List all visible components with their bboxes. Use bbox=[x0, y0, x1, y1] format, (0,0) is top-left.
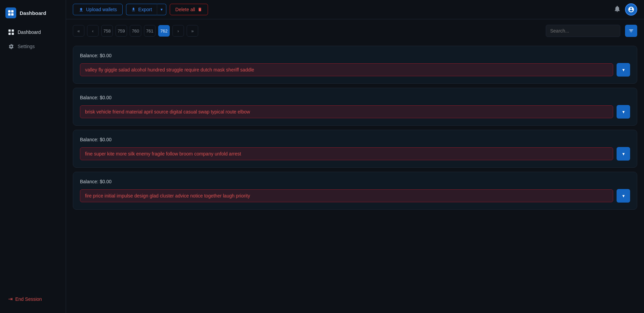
wallet-card-2: Balance: $0.00 ▾ bbox=[73, 130, 637, 168]
balance-label-2: Balance: bbox=[80, 137, 100, 142]
upload-wallets-label: Upload wallets bbox=[86, 7, 117, 12]
chevron-down-icon: ▾ bbox=[622, 109, 625, 114]
page-761[interactable]: 761 bbox=[144, 25, 155, 37]
wallet-card-3: Balance: $0.00 ▾ bbox=[73, 172, 637, 210]
svg-rect-5 bbox=[12, 29, 14, 32]
sidebar-item-dashboard[interactable]: Dashboard bbox=[3, 26, 63, 39]
wallet-phrase-row-2: ▾ bbox=[80, 147, 630, 161]
search-box bbox=[546, 25, 620, 37]
wallet-phrase-input-1[interactable] bbox=[80, 105, 613, 118]
sidebar-bottom: ⇥ End Session bbox=[0, 289, 66, 309]
balance-value-2: $0.00 bbox=[100, 137, 111, 142]
chevron-down-icon: ▾ bbox=[622, 151, 625, 156]
end-session-button[interactable]: ⇥ End Session bbox=[3, 292, 63, 306]
wallet-balance-2: Balance: $0.00 bbox=[80, 137, 630, 142]
wallet-phrase-input-3[interactable] bbox=[80, 189, 613, 202]
prev-icon: ‹ bbox=[92, 28, 94, 34]
notifications-bell-icon[interactable] bbox=[614, 5, 621, 14]
chevron-down-icon: ▾ bbox=[622, 67, 625, 72]
balance-value-3: $0.00 bbox=[100, 179, 111, 184]
avatar-icon bbox=[628, 6, 635, 13]
sidebar-item-settings[interactable]: Settings bbox=[3, 40, 63, 53]
page-num-label: 761 bbox=[146, 28, 153, 34]
page-760[interactable]: 760 bbox=[130, 25, 141, 37]
svg-rect-2 bbox=[8, 13, 11, 16]
next-icon: › bbox=[178, 28, 179, 34]
dashboard-logo-icon bbox=[5, 7, 16, 18]
page-num-label: 762 bbox=[160, 28, 168, 34]
wallet-dropdown-button-1[interactable]: ▾ bbox=[617, 105, 630, 119]
wallet-balance-3: Balance: $0.00 bbox=[80, 179, 630, 184]
page-next-button[interactable]: › bbox=[172, 25, 184, 37]
balance-label-0: Balance: bbox=[80, 53, 100, 58]
svg-rect-4 bbox=[8, 29, 11, 32]
export-chevron-button[interactable]: ▾ bbox=[157, 4, 166, 15]
svg-rect-6 bbox=[8, 33, 11, 35]
user-avatar[interactable] bbox=[625, 3, 637, 16]
delete-all-button[interactable]: Delete all bbox=[170, 4, 208, 15]
page-762[interactable]: 762 bbox=[158, 25, 170, 37]
wallet-balance-0: Balance: $0.00 bbox=[80, 53, 630, 58]
end-session-icon: ⇥ bbox=[8, 296, 13, 302]
page-759[interactable]: 759 bbox=[116, 25, 127, 37]
wallet-phrase-row-3: ▾ bbox=[80, 189, 630, 203]
page-num-label: 760 bbox=[132, 28, 139, 34]
wallet-phrase-row-1: ▾ bbox=[80, 105, 630, 119]
page-first-button[interactable]: « bbox=[73, 25, 84, 37]
gear-icon bbox=[8, 43, 14, 49]
toolbar: Upload wallets Export ▾ Delete all bbox=[66, 0, 644, 19]
page-last-button[interactable]: » bbox=[187, 25, 198, 37]
search-filter-button[interactable] bbox=[625, 25, 637, 37]
trash-icon bbox=[198, 7, 202, 12]
sidebar-title: Dashboard bbox=[20, 10, 46, 16]
export-button[interactable]: Export bbox=[126, 4, 157, 15]
svg-rect-7 bbox=[12, 33, 14, 35]
export-label: Export bbox=[138, 7, 152, 12]
pagination-bar: « ‹ 758 759 760 761 762 › » bbox=[66, 19, 644, 42]
page-758[interactable]: 758 bbox=[101, 25, 113, 37]
wallet-dropdown-button-3[interactable]: ▾ bbox=[617, 189, 630, 203]
balance-label-3: Balance: bbox=[80, 179, 100, 184]
chevron-down-icon: ▾ bbox=[161, 7, 163, 12]
first-icon: « bbox=[77, 28, 80, 34]
upload-wallets-button[interactable]: Upload wallets bbox=[73, 4, 123, 15]
main-content: Upload wallets Export ▾ Delete all bbox=[66, 0, 644, 313]
svg-rect-1 bbox=[11, 10, 14, 13]
page-num-label: 759 bbox=[118, 28, 125, 34]
sidebar-logo: Dashboard bbox=[0, 4, 66, 25]
wallet-list: Balance: $0.00 ▾ Balance: $0.00 ▾ bbox=[66, 42, 644, 313]
chevron-down-icon: ▾ bbox=[622, 193, 625, 199]
export-icon bbox=[131, 7, 136, 12]
svg-rect-3 bbox=[11, 13, 14, 16]
svg-rect-0 bbox=[8, 10, 11, 13]
sidebar-settings-label: Settings bbox=[18, 44, 35, 49]
grid-icon bbox=[8, 29, 14, 35]
sidebar-dashboard-label: Dashboard bbox=[18, 29, 41, 35]
wallet-phrase-input-0[interactable] bbox=[80, 63, 613, 76]
wallet-dropdown-button-0[interactable]: ▾ bbox=[617, 63, 630, 77]
filter-icon bbox=[628, 28, 634, 34]
wallet-card-0: Balance: $0.00 ▾ bbox=[73, 46, 637, 84]
delete-all-label: Delete all bbox=[175, 7, 195, 12]
export-group: Export ▾ bbox=[126, 4, 166, 15]
page-num-label: 758 bbox=[103, 28, 111, 34]
sidebar: Dashboard Dashboard Settings ⇥ End Sessi… bbox=[0, 0, 66, 313]
last-icon: » bbox=[191, 28, 193, 34]
balance-value-1: $0.00 bbox=[100, 95, 111, 100]
wallet-phrase-row-0: ▾ bbox=[80, 63, 630, 77]
wallet-dropdown-button-2[interactable]: ▾ bbox=[617, 147, 630, 161]
page-prev-button[interactable]: ‹ bbox=[87, 25, 99, 37]
balance-label-1: Balance: bbox=[80, 95, 100, 100]
search-input[interactable] bbox=[550, 28, 616, 34]
wallet-phrase-input-2[interactable] bbox=[80, 147, 613, 160]
upload-icon bbox=[79, 7, 84, 12]
wallet-balance-1: Balance: $0.00 bbox=[80, 95, 630, 100]
header-icons bbox=[614, 3, 637, 16]
wallet-card-1: Balance: $0.00 ▾ bbox=[73, 88, 637, 126]
end-session-label: End Session bbox=[15, 296, 42, 302]
balance-value-0: $0.00 bbox=[100, 53, 111, 58]
